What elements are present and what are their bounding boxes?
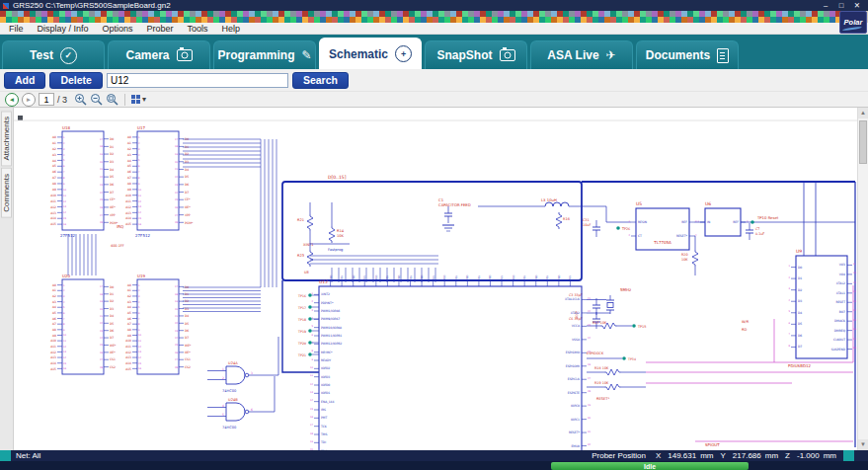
svg-text:15: 15	[310, 408, 314, 411]
svg-text:A11: A11	[50, 199, 56, 203]
svg-text:25: 25	[100, 198, 104, 201]
svg-text:CT: CT	[638, 234, 642, 238]
tab-snapshot[interactable]: SnapShot	[425, 40, 527, 69]
menu-display-info[interactable]: Display / Info	[31, 24, 96, 34]
menu-bar: File Display / Info Options Prober Tools…	[0, 23, 868, 35]
menu-help[interactable]: Help	[215, 24, 248, 34]
svg-text:9: 9	[138, 183, 140, 186]
tab-schematic[interactable]: Schematic +	[319, 38, 422, 69]
svg-text:A15: A15	[50, 367, 56, 371]
svg-text:BO7: BO7	[839, 310, 845, 314]
toolbar-separator	[124, 94, 125, 106]
svg-text:10: 10	[138, 189, 142, 192]
svg-text:D2: D2	[185, 152, 189, 156]
side-tab-attachments[interactable]: Attachments	[1, 111, 12, 166]
svg-text:A13: A13	[125, 211, 131, 215]
svg-text:5MHz: 5MHz	[620, 287, 631, 292]
prober-y-label: Y	[721, 451, 726, 460]
delete-button[interactable]: Delete	[49, 72, 103, 89]
svg-text:VSS: VSS	[341, 275, 344, 280]
svg-text:ESPISIMO: ESPISIMO	[566, 351, 581, 354]
svg-text:26: 26	[100, 206, 104, 209]
svg-text:XTAL2: XTAL2	[836, 281, 845, 285]
svg-text:20: 20	[100, 161, 104, 164]
zoom-in-icon[interactable]	[74, 93, 87, 106]
search-button[interactable]: Search	[292, 72, 349, 89]
tab-test[interactable]: Test ✓	[2, 40, 105, 69]
svg-text:A9: A9	[127, 188, 131, 192]
app-icon	[3, 3, 9, 9]
layers-grid-icon[interactable]: ▾	[131, 95, 146, 104]
prober-z-unit: mm	[824, 451, 836, 460]
tab-label: SnapShot	[437, 48, 493, 62]
maximize-button[interactable]: □	[833, 0, 849, 11]
zoom-out-icon[interactable]	[90, 93, 103, 106]
svg-text:6: 6	[63, 312, 65, 315]
scrollbar-thumb[interactable]	[859, 120, 867, 164]
tab-camera[interactable]: Camera	[108, 40, 210, 69]
svg-text:10K: 10K	[681, 258, 688, 262]
svg-text:18: 18	[100, 293, 104, 296]
svg-text:RESET*: RESET*	[676, 234, 688, 238]
menu-options[interactable]: Options	[96, 24, 140, 34]
tab-label: Test	[30, 48, 53, 62]
forward-button[interactable]: ►	[22, 93, 36, 107]
close-button[interactable]: ✕	[849, 0, 865, 11]
svg-text:11: 11	[310, 374, 314, 377]
vertical-scrollbar[interactable]: ▲ ▼	[857, 108, 868, 450]
svg-text:A11: A11	[125, 345, 131, 349]
svg-text:D4: D4	[185, 168, 189, 172]
menu-prober[interactable]: Prober	[140, 24, 181, 34]
tab-programming[interactable]: Programming ✎	[213, 40, 316, 69]
svg-text:ESPISOMI: ESPISOMI	[566, 364, 580, 368]
svg-text:TP19: TP19	[297, 330, 306, 334]
svg-text:13: 13	[63, 351, 67, 353]
search-input[interactable]	[107, 73, 288, 88]
page-input[interactable]	[39, 93, 54, 106]
svg-text:A4: A4	[127, 159, 131, 163]
svg-text:A12: A12	[50, 205, 56, 209]
zoom-window-icon[interactable]	[106, 93, 118, 106]
svg-text:10: 10	[138, 334, 142, 337]
svg-text:6: 6	[788, 322, 790, 325]
svg-text:12: 12	[63, 200, 67, 203]
svg-text:74HC00: 74HC00	[222, 426, 237, 430]
probe-icon: ✈	[606, 48, 616, 62]
menu-file[interactable]: File	[2, 24, 31, 34]
svg-text:TP34: TP34	[627, 357, 636, 361]
scroll-down-icon[interactable]: ▼	[858, 439, 868, 450]
svg-text:D3: D3	[185, 307, 189, 311]
compass-icon: +	[395, 45, 412, 62]
svg-text:12: 12	[853, 290, 857, 293]
svg-text:D1: D1	[110, 145, 114, 149]
svg-text:12: 12	[138, 200, 142, 203]
tab-label: Programming	[217, 48, 294, 62]
svg-text:SUSPEND: SUSPEND	[831, 348, 846, 352]
svg-text:U20: U20	[62, 274, 70, 278]
svg-text:13: 13	[853, 300, 857, 303]
svg-text:8: 8	[311, 350, 313, 352]
svg-text:15: 15	[63, 217, 67, 220]
svg-text:4: 4	[788, 299, 790, 302]
schematic-canvas[interactable]: U1827F512A01A12A23A34A45A56A67A78A89A910…	[14, 108, 857, 450]
minimize-button[interactable]: –	[818, 0, 833, 11]
scroll-up-icon[interactable]: ▲	[858, 108, 868, 118]
back-button[interactable]: ◄	[5, 93, 19, 107]
svg-text:3: 3	[251, 371, 253, 375]
svg-text:A1: A1	[52, 141, 56, 145]
menu-tools[interactable]: Tools	[181, 24, 215, 34]
svg-text:A8: A8	[52, 182, 56, 186]
svg-text:U24B: U24B	[228, 398, 238, 402]
svg-text:A5: A5	[127, 164, 131, 168]
svg-text:VDD: VDD	[421, 275, 424, 280]
svg-text:D3: D3	[110, 307, 114, 311]
add-button[interactable]: Add	[4, 72, 45, 89]
svg-text:R20: R20	[681, 253, 688, 257]
svg-text:21: 21	[175, 168, 179, 171]
tab-asa-live[interactable]: ASA Live ✈	[530, 40, 633, 69]
svg-text:20: 20	[310, 448, 314, 450]
side-tab-comments[interactable]: Comments	[1, 168, 12, 218]
svg-text:TP16: TP16	[297, 294, 306, 298]
tab-documents[interactable]: Documents	[636, 40, 739, 69]
svg-text:3: 3	[311, 309, 313, 312]
